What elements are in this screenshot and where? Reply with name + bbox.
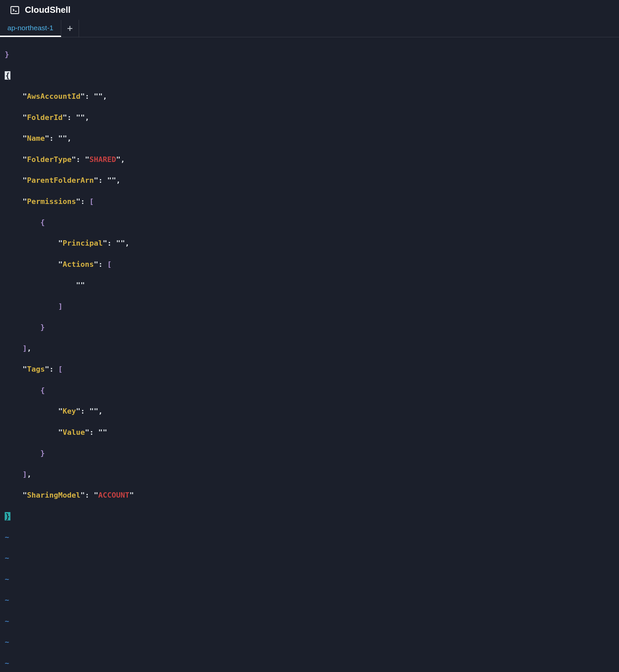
code-line: } — [0, 49, 619, 59]
code-line: } — [0, 322, 619, 332]
editor-pane[interactable]: } { "AwsAccountId": "", "FolderId": "", … — [0, 37, 619, 672]
empty-line-marker: ~ — [0, 637, 619, 647]
empty-line-marker: ~ — [0, 595, 619, 605]
code-line: "Principal": "", — [0, 238, 619, 248]
code-line: "Permissions": [ — [0, 196, 619, 207]
code-line: "Key": "", — [0, 406, 619, 416]
cursor-position: } — [5, 512, 10, 520]
code-line: "FolderId": "", — [0, 112, 619, 123]
tab-bar: ap-northeast-1 + — [0, 20, 619, 37]
tab-region[interactable]: ap-northeast-1 — [0, 20, 61, 37]
header: CloudShell — [0, 0, 619, 20]
app-title: CloudShell — [25, 5, 71, 15]
code-line: } — [0, 448, 619, 458]
add-tab-button[interactable]: + — [61, 20, 79, 37]
code-line: "SharingModel": "ACCOUNT" — [0, 490, 619, 500]
terminal-icon — [10, 5, 20, 15]
svg-rect-0 — [11, 6, 18, 13]
code-line: ], — [0, 343, 619, 353]
code-line: "" — [0, 280, 619, 290]
code-line: { — [0, 70, 619, 81]
code-line: ], — [0, 469, 619, 479]
code-line: "FolderType": "SHARED", — [0, 154, 619, 165]
code-line: "AwsAccountId": "", — [0, 91, 619, 101]
code-line: { — [0, 217, 619, 227]
code-line: { — [0, 385, 619, 395]
empty-line-marker: ~ — [0, 616, 619, 626]
empty-line-marker: ~ — [0, 532, 619, 542]
matching-brace: { — [5, 71, 10, 80]
code-line: "Actions": [ — [0, 259, 619, 269]
code-line: "Value": "" — [0, 427, 619, 437]
code-line: ] — [0, 301, 619, 311]
empty-line-marker: ~ — [0, 553, 619, 563]
code-line: "Name": "", — [0, 133, 619, 143]
code-line: "ParentFolderArn": "", — [0, 175, 619, 185]
empty-line-marker: ~ — [0, 574, 619, 584]
code-line: } — [0, 511, 619, 521]
empty-line-marker: ~ — [0, 658, 619, 668]
code-line: "Tags": [ — [0, 364, 619, 374]
